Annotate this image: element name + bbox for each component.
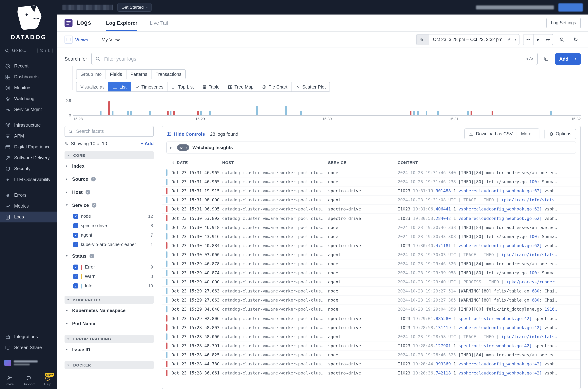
histogram-bar[interactable]	[209, 111, 211, 115]
facet-section-docker[interactable]: ▾DOCKER	[64, 361, 154, 369]
log-row[interactable]: Oct 23 15:29:02.806datadog-cluster-vmwar…	[162, 314, 580, 323]
log-row[interactable]: Oct 23 15:31:06.905datadog-cluster-vmwar…	[162, 204, 580, 214]
log-row[interactable]: Oct 23 15:31:46.965datadog-cluster-vmwar…	[162, 168, 580, 177]
sidebar-item-service-mgmt[interactable]: Service Mgmt	[0, 104, 57, 115]
sidebar-item-recent[interactable]: Recent	[0, 61, 57, 71]
log-row[interactable]: Oct 23 15:28:48.791datadog-cluster-vmwar…	[162, 341, 580, 350]
histogram-bar[interactable]	[100, 111, 102, 115]
histogram-bar[interactable]	[108, 101, 110, 115]
log-row[interactable]: Oct 23 15:28:44.780datadog-cluster-vmwar…	[162, 359, 580, 368]
copy-icon[interactable]	[541, 53, 551, 64]
tab-live-tail[interactable]: Live Tail	[150, 15, 168, 31]
checkbox-checked[interactable]: ✓	[73, 274, 78, 279]
facet-value-node[interactable]: ✓node12	[64, 212, 154, 221]
view-name[interactable]: My View	[101, 37, 120, 42]
tab-log-explorer[interactable]: Log Explorer	[106, 15, 137, 31]
column-content[interactable]: CONTENT	[398, 160, 580, 164]
histogram-bar[interactable]	[173, 111, 175, 115]
facet-value-kube-vip-arp-cache-cleaner[interactable]: ✓kube-vip-arp-cache-cleaner1	[64, 240, 154, 249]
log-row[interactable]: Oct 23 15:29:40.874datadog-cluster-vmwar…	[162, 268, 580, 277]
histogram-bar[interactable]	[200, 111, 202, 115]
sidebar-item-monitors[interactable]: Monitors	[0, 82, 57, 93]
checkbox-checked[interactable]: ✓	[73, 283, 78, 289]
log-row[interactable]: Oct 23 15:30:03.000datadog-cluster-vmwar…	[162, 250, 580, 259]
facet-section-kubernetes[interactable]: ▾KUBERNETES	[64, 296, 154, 304]
histogram-bar[interactable]	[112, 111, 114, 115]
checkbox-checked[interactable]: ✓	[73, 242, 78, 247]
sidebar-item-watchdog[interactable]: Watchdog	[0, 93, 57, 104]
facet-source[interactable]: ▸Source✓	[64, 172, 154, 185]
checkbox-checked[interactable]: ✓	[73, 223, 78, 228]
histogram-plot[interactable]	[73, 100, 581, 116]
sidebar-item-apm[interactable]: APM	[0, 131, 57, 141]
log-row[interactable]: Oct 23 15:30:43.916datadog-cluster-vmwar…	[162, 232, 580, 241]
facet-value-info[interactable]: ✓Info19	[64, 281, 154, 291]
download-csv-button[interactable]: Download as CSV	[465, 129, 517, 139]
histogram-bar[interactable]	[197, 111, 199, 115]
search-for-label[interactable]: Search for	[64, 56, 87, 62]
viz-tab-top-list[interactable]: Top List	[167, 82, 198, 92]
log-row[interactable]: Oct 23 15:30:53.892datadog-cluster-vmwar…	[162, 214, 580, 223]
facet-issue-id[interactable]: ▸Issue ID	[64, 343, 154, 356]
facet-pod-name[interactable]: ▸Pod Name	[64, 317, 154, 330]
options-button[interactable]: ⚙ Options	[545, 129, 576, 139]
sidebar-item-screen-share[interactable]: Screen Share	[0, 342, 57, 353]
facet-host[interactable]: ▸Host✓	[64, 185, 154, 198]
invite-button[interactable]: Invite	[0, 372, 19, 389]
chevron-down-icon[interactable]: ▾	[512, 38, 519, 41]
histogram-bar[interactable]	[437, 111, 439, 115]
facet-service[interactable]: ▾Service✓	[64, 198, 154, 212]
histogram-bar[interactable]	[410, 111, 412, 115]
log-row[interactable]: Oct 23 15:29:04.848datadog-cluster-vmwar…	[162, 305, 580, 314]
log-settings-button[interactable]: Log Settings	[546, 18, 581, 28]
sidebar-item-security[interactable]: Security	[0, 163, 57, 174]
log-row[interactable]: Oct 23 15:31:46.965datadog-cluster-vmwar…	[162, 177, 580, 186]
facet-index[interactable]: ▸Index	[64, 159, 154, 172]
edit-icon[interactable]: ✎	[64, 141, 68, 146]
facet-value-spectro-drive[interactable]: ✓spectro-drive8	[64, 221, 154, 230]
viz-tab-list[interactable]: List	[109, 82, 131, 92]
log-row[interactable]: Oct 23 15:28:58.803datadog-cluster-vmwar…	[162, 323, 580, 332]
log-search-input[interactable]: </>	[91, 53, 538, 65]
facet-search-input[interactable]	[75, 129, 150, 134]
time-range-picker[interactable]: 4m Oct 23, 3:28 pm – Oct 23, 3:32 pm ▾	[416, 34, 519, 45]
column-host[interactable]: HOST	[222, 160, 328, 164]
hide-controls-button[interactable]: Hide Controls	[167, 131, 205, 137]
add-facet-button[interactable]: + Add	[141, 141, 154, 146]
tab-patterns[interactable]: Patterns	[126, 70, 151, 79]
org-name-redacted[interactable]	[62, 4, 113, 10]
sidebar-item-llm-observability[interactable]: LLM Observability	[0, 174, 57, 185]
histogram-bar[interactable]	[170, 111, 171, 115]
log-row[interactable]: Oct 23 15:29:27.863datadog-cluster-vmwar…	[162, 295, 580, 305]
viz-tab-scatter-plot[interactable]: Scatter Plot	[291, 82, 330, 92]
histogram-bar[interactable]	[467, 111, 469, 115]
more-button[interactable]: More...	[517, 129, 539, 139]
log-row[interactable]: Oct 23 15:28:36.861datadog-cluster-vmwar…	[162, 368, 580, 377]
log-row[interactable]: Oct 23 15:29:46.878datadog-cluster-vmwar…	[162, 259, 580, 268]
facet-kubernetes-namespace[interactable]: ▸Kubernetes Namespace	[64, 304, 154, 317]
histogram-bar[interactable]	[130, 111, 132, 115]
histogram-bar[interactable]	[425, 111, 427, 115]
facet-value-warn[interactable]: ✓Warn0	[64, 272, 154, 281]
sidebar-item-errors[interactable]: Errors	[0, 190, 57, 201]
sidebar-item-digital-experience[interactable]: Digital Experience	[0, 141, 57, 152]
facet-status[interactable]: ▾Status✓	[64, 249, 154, 262]
histogram-bar[interactable]	[300, 111, 302, 115]
histogram-bar[interactable]	[285, 106, 287, 115]
views-button[interactable]: Views	[64, 35, 88, 44]
rewind-button[interactable]: ◀◀	[524, 34, 533, 45]
log-row[interactable]: Oct 23 15:28:46.825datadog-cluster-vmwar…	[162, 350, 580, 359]
help-button[interactable]: NEW?Help	[38, 372, 57, 389]
histogram-bar[interactable]	[491, 111, 493, 115]
histogram-bar[interactable]	[413, 111, 415, 115]
log-row[interactable]: Oct 23 15:28:58.000datadog-cluster-vmwar…	[162, 332, 580, 341]
column-service[interactable]: SERVICE	[328, 160, 398, 164]
histogram-bar[interactable]	[167, 111, 168, 115]
filter-input[interactable]	[104, 56, 523, 62]
tab-transactions[interactable]: Transactions	[151, 70, 185, 79]
goto-search[interactable]: Go to... ⌘ + K	[3, 46, 54, 55]
checkbox-checked[interactable]: ✓	[73, 233, 78, 238]
refresh-button[interactable]: ↻	[571, 34, 581, 45]
forward-button[interactable]: ▶▶	[543, 34, 553, 45]
facet-value-error[interactable]: ✓Error9	[64, 262, 154, 272]
